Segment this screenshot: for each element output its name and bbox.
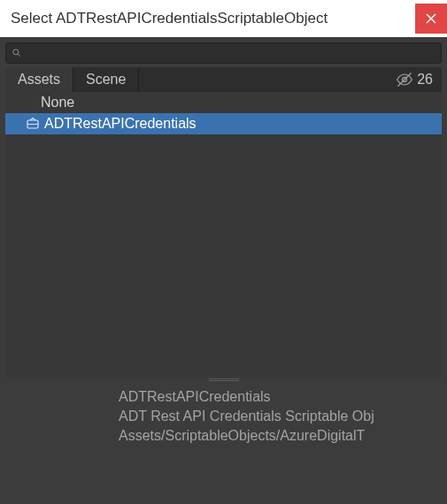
- search-icon: [12, 48, 22, 58]
- window-body: Assets Scene 26 None: [0, 37, 447, 504]
- search-field[interactable]: [5, 42, 442, 64]
- asset-list[interactable]: None ADTRestAPICredentials: [5, 92, 442, 377]
- hidden-items-toggle[interactable]: 26: [387, 67, 442, 92]
- window-title: Select ADTRestAPICredentialsScriptableOb…: [11, 10, 328, 27]
- search-input[interactable]: [26, 47, 435, 59]
- list-item-label: ADTRestAPICredentials: [44, 116, 197, 132]
- close-button[interactable]: [415, 4, 447, 34]
- titlebar: Select ADTRestAPICredentialsScriptableOb…: [0, 0, 447, 37]
- scriptable-object-icon: [25, 116, 41, 132]
- hidden-count-label: 26: [417, 72, 433, 88]
- svg-point-2: [13, 50, 19, 55]
- tab-label: Assets: [18, 72, 60, 88]
- close-icon: [426, 13, 436, 24]
- detail-name: ADTRestAPICredentials: [5, 387, 442, 407]
- list-item-none[interactable]: None: [5, 92, 442, 113]
- tab-assets[interactable]: Assets: [5, 67, 73, 92]
- list-item-label: None: [41, 95, 74, 111]
- detail-panel: ADTRestAPICredentials ADT Rest API Crede…: [5, 382, 442, 504]
- tab-scene[interactable]: Scene: [73, 67, 139, 92]
- detail-type: ADT Rest API Credentials Scriptable Obj: [5, 407, 442, 426]
- tab-spacer: [139, 67, 387, 92]
- svg-line-3: [18, 54, 20, 57]
- tab-label: Scene: [86, 72, 126, 88]
- detail-path: Assets/ScriptableObjects/AzureDigitalT: [5, 426, 442, 446]
- eye-off-icon: [396, 71, 413, 88]
- tab-bar: Assets Scene 26: [5, 67, 442, 92]
- list-item-adtrestapicredentials[interactable]: ADTRestAPICredentials: [5, 113, 442, 134]
